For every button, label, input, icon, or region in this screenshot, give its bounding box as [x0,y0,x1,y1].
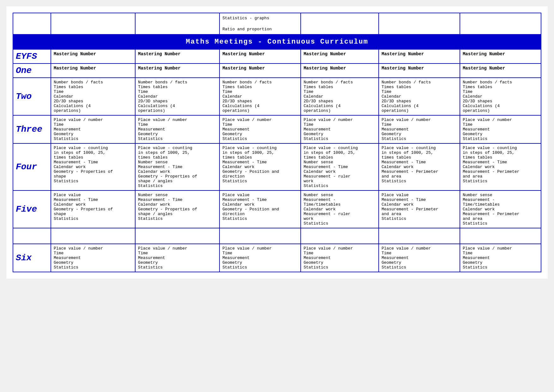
row-six: SixPlace value / numberTimeMeasurementGe… [13,244,541,272]
row-two: TwoNumber bonds / factsTimes tablesTimeC… [13,78,541,115]
cell-four-3: Place value - countingin steps of 1000, … [301,143,379,190]
ratio-proportion-label: Ratio and proportion [222,26,298,33]
cell-three-4: Place value / numberTimeMeasurementGeome… [379,115,460,143]
cell-one-5: Mastering Number [460,63,541,78]
row-five: FivePlace valueMeasurement - TimeCalenda… [13,190,541,228]
cell-four-0: Place value - countingin steps of 1000, … [51,143,135,190]
top-col-6 [460,13,541,34]
cell-two-3: Number bonds / factsTimes tablesTimeCale… [301,78,379,115]
cell-one-0: Mastering Number [51,63,135,78]
row-label-one: One [13,63,51,78]
top-col-0 [13,13,51,34]
row-label-two: Two [13,78,51,115]
row-eyfs: EYFSMastering NumberMastering NumberMast… [13,49,541,63]
cell-one-3: Mastering Number [301,63,379,78]
maths-meetings-header: Maths Meetings - Continuous Curriculum [13,34,541,49]
top-col-4 [301,13,379,34]
cell-five-0: Place valueMeasurement - TimeCalendar wo… [51,190,135,228]
row-label-four: Four [13,143,51,190]
cell-four-4: Place value - countingin steps of 1000, … [379,143,460,190]
cell-six-1: Place value / numberTimeMeasurementGeome… [135,244,220,272]
maths-meetings-header-row: Maths Meetings - Continuous Curriculum [13,34,541,49]
row-label-five: Five [13,190,51,228]
cell-two-4: Number bonds / factsTimes tablesTimeCale… [379,78,460,115]
row-one: OneMastering NumberMastering NumberMaste… [13,63,541,78]
cell-eyfs-0: Mastering Number [51,49,135,63]
cell-five-3: Number senseMeasurement -Time/timetables… [301,190,379,228]
cell-four-2: Place value - countingin steps of 1000, … [220,143,301,190]
main-table: Statistics - graphs Ratio and proportion… [13,13,541,272]
top-row: Statistics - graphs Ratio and proportion [13,13,541,34]
cell-eyfs-4: Mastering Number [379,49,460,63]
cell-one-4: Mastering Number [379,63,460,78]
cell-five-4: Place valueMeasurement - TimeCalendar wo… [379,190,460,228]
top-col-1 [51,13,135,34]
cell-eyfs-5: Mastering Number [460,49,541,63]
row-label-three: Three [13,115,51,143]
top-col-5 [379,13,460,34]
row-four: FourPlace value - countingin steps of 10… [13,143,541,190]
cell-three-1: Place value / numberTimeMeasurementGeome… [135,115,220,143]
cell-two-1: Number bonds / factsTimes tablesTimeCale… [135,78,220,115]
cell-six-3: Place value / numberTimeMeasurementGeome… [301,244,379,272]
cell-eyfs-1: Mastering Number [135,49,220,63]
cell-one-2: Mastering Number [220,63,301,78]
cell-six-5: Place value / numberTimeMeasurementGeome… [460,244,541,272]
row-label-eyfs: EYFS [13,49,51,63]
cell-four-5: Place value - countingin steps of 1000, … [460,143,541,190]
cell-one-1: Mastering Number [135,63,220,78]
cell-three-5: Place value / numberTimeMeasurementGeome… [460,115,541,143]
cell-three-2: Place value / numberTimeMeasurementGeome… [220,115,301,143]
cell-six-4: Place value / numberTimeMeasurementGeome… [379,244,460,272]
cell-six-2: Place value / numberTimeMeasurementGeome… [220,244,301,272]
cell-three-0: Place value / numberTimeMeasurementGeome… [51,115,135,143]
cell-six-0: Place value / numberTimeMeasurementGeome… [51,244,135,272]
spacer-row [13,228,541,244]
row-three: ThreePlace value / numberTimeMeasurement… [13,115,541,143]
cell-eyfs-3: Mastering Number [301,49,379,63]
cell-five-2: Place valueMeasurement - TimeCalendar wo… [220,190,301,228]
cell-two-0: Number bonds / factsTimes tablesTimeCale… [51,78,135,115]
top-col-2 [135,13,220,34]
top-col-3: Statistics - graphs Ratio and proportion [220,13,301,34]
cell-five-5: Number senseMeasurement -Time/timetables… [460,190,541,228]
cell-four-1: Place value - countingin steps of 1000, … [135,143,220,190]
cell-eyfs-2: Mastering Number [220,49,301,63]
cell-two-5: Number bonds / factsTimes tablesTimeCale… [460,78,541,115]
page-wrapper: Statistics - graphs Ratio and proportion… [6,6,548,279]
cell-five-1: Number senseMeasurement - TimeCalendar w… [135,190,220,228]
cell-three-3: Place value / numberTimeMeasurementGeome… [301,115,379,143]
statistics-graphs-label: Statistics - graphs [222,15,298,21]
cell-two-2: Number bonds / factsTimes tablesTimeCale… [220,78,301,115]
row-label-six: Six [13,244,51,272]
